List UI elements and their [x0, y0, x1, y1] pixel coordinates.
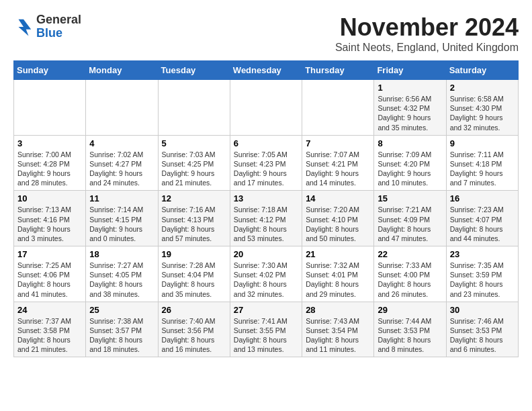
day-cell: 29Sunrise: 7:44 AM Sunset: 3:53 PM Dayli… — [374, 302, 446, 357]
week-row-1: 1Sunrise: 6:56 AM Sunset: 4:32 PM Daylig… — [14, 80, 519, 136]
day-info: Sunrise: 7:28 AM Sunset: 4:04 PM Dayligh… — [162, 261, 226, 299]
day-number: 29 — [378, 305, 442, 315]
column-header-monday: Monday — [86, 61, 158, 80]
header-row: SundayMondayTuesdayWednesdayThursdayFrid… — [14, 61, 519, 80]
day-cell: 23Sunrise: 7:35 AM Sunset: 3:59 PM Dayli… — [446, 246, 518, 302]
day-cell: 3Sunrise: 7:00 AM Sunset: 4:28 PM Daylig… — [14, 135, 86, 191]
column-header-saturday: Saturday — [446, 61, 518, 80]
day-number: 9 — [450, 138, 515, 148]
day-cell: 20Sunrise: 7:30 AM Sunset: 4:02 PM Dayli… — [230, 246, 302, 302]
day-info: Sunrise: 7:05 AM Sunset: 4:23 PM Dayligh… — [234, 150, 298, 188]
day-info: Sunrise: 7:00 AM Sunset: 4:28 PM Dayligh… — [17, 150, 82, 188]
day-cell: 14Sunrise: 7:20 AM Sunset: 4:10 PM Dayli… — [302, 191, 374, 246]
day-number: 17 — [17, 249, 82, 259]
day-info: Sunrise: 7:11 AM Sunset: 4:18 PM Dayligh… — [450, 150, 515, 188]
column-header-tuesday: Tuesday — [158, 61, 230, 80]
day-cell: 16Sunrise: 7:23 AM Sunset: 4:07 PM Dayli… — [446, 191, 518, 246]
day-info: Sunrise: 7:13 AM Sunset: 4:16 PM Dayligh… — [17, 205, 82, 243]
day-cell: 18Sunrise: 7:27 AM Sunset: 4:05 PM Dayli… — [86, 246, 158, 302]
day-number: 22 — [378, 249, 442, 259]
day-info: Sunrise: 7:02 AM Sunset: 4:27 PM Dayligh… — [89, 150, 154, 188]
day-number: 19 — [162, 249, 226, 259]
day-cell — [302, 80, 374, 136]
day-number: 25 — [89, 305, 154, 315]
day-cell: 13Sunrise: 7:18 AM Sunset: 4:12 PM Dayli… — [230, 191, 302, 246]
day-number: 12 — [162, 193, 226, 203]
day-cell: 9Sunrise: 7:11 AM Sunset: 4:18 PM Daylig… — [446, 135, 518, 191]
day-number: 16 — [450, 193, 515, 203]
day-cell: 5Sunrise: 7:03 AM Sunset: 4:25 PM Daylig… — [158, 135, 230, 191]
day-number: 6 — [234, 138, 298, 148]
day-info: Sunrise: 7:41 AM Sunset: 3:55 PM Dayligh… — [234, 316, 298, 355]
day-number: 18 — [89, 249, 154, 259]
day-info: Sunrise: 6:56 AM Sunset: 4:32 PM Dayligh… — [378, 94, 442, 132]
day-info: Sunrise: 7:18 AM Sunset: 4:12 PM Dayligh… — [234, 205, 298, 243]
day-info: Sunrise: 7:23 AM Sunset: 4:07 PM Dayligh… — [450, 205, 515, 243]
day-cell: 15Sunrise: 7:21 AM Sunset: 4:09 PM Dayli… — [374, 191, 446, 246]
column-header-thursday: Thursday — [302, 61, 374, 80]
day-cell: 7Sunrise: 7:07 AM Sunset: 4:21 PM Daylig… — [302, 135, 374, 191]
day-number: 30 — [450, 305, 515, 315]
day-info: Sunrise: 6:58 AM Sunset: 4:30 PM Dayligh… — [450, 94, 515, 132]
calendar-table: SundayMondayTuesdayWednesdayThursdayFrid… — [13, 60, 519, 357]
day-number: 28 — [306, 305, 370, 315]
day-cell — [230, 80, 302, 136]
week-row-5: 24Sunrise: 7:37 AM Sunset: 3:58 PM Dayli… — [14, 302, 519, 357]
svg-marker-0 — [19, 19, 32, 36]
day-cell: 26Sunrise: 7:40 AM Sunset: 3:56 PM Dayli… — [158, 302, 230, 357]
day-cell: 25Sunrise: 7:38 AM Sunset: 3:57 PM Dayli… — [86, 302, 158, 357]
day-number: 21 — [306, 249, 370, 259]
location-title: Saint Neots, England, United Kingdom — [335, 42, 519, 54]
day-info: Sunrise: 7:43 AM Sunset: 3:54 PM Dayligh… — [306, 316, 370, 355]
column-header-friday: Friday — [374, 61, 446, 80]
day-info: Sunrise: 7:16 AM Sunset: 4:13 PM Dayligh… — [162, 205, 226, 243]
day-number: 23 — [450, 249, 515, 259]
day-info: Sunrise: 7:03 AM Sunset: 4:25 PM Dayligh… — [162, 150, 226, 188]
day-info: Sunrise: 7:44 AM Sunset: 3:53 PM Dayligh… — [378, 316, 442, 355]
day-info: Sunrise: 7:25 AM Sunset: 4:06 PM Dayligh… — [17, 261, 82, 299]
week-row-4: 17Sunrise: 7:25 AM Sunset: 4:06 PM Dayli… — [14, 246, 519, 302]
logo-general: General — [36, 13, 81, 27]
day-number: 3 — [17, 138, 82, 148]
day-cell: 10Sunrise: 7:13 AM Sunset: 4:16 PM Dayli… — [14, 191, 86, 246]
day-cell: 27Sunrise: 7:41 AM Sunset: 3:55 PM Dayli… — [230, 302, 302, 357]
day-cell: 19Sunrise: 7:28 AM Sunset: 4:04 PM Dayli… — [158, 246, 230, 302]
day-cell: 24Sunrise: 7:37 AM Sunset: 3:58 PM Dayli… — [14, 302, 86, 357]
day-number: 27 — [234, 305, 298, 315]
header: General Blue November 2024 Saint Neots, … — [13, 13, 519, 54]
day-cell: 30Sunrise: 7:46 AM Sunset: 3:53 PM Dayli… — [446, 302, 518, 357]
day-number: 10 — [17, 193, 82, 203]
day-cell: 4Sunrise: 7:02 AM Sunset: 4:27 PM Daylig… — [86, 135, 158, 191]
day-cell: 22Sunrise: 7:33 AM Sunset: 4:00 PM Dayli… — [374, 246, 446, 302]
day-info: Sunrise: 7:27 AM Sunset: 4:05 PM Dayligh… — [89, 261, 154, 299]
day-info: Sunrise: 7:35 AM Sunset: 3:59 PM Dayligh… — [450, 261, 515, 299]
day-number: 8 — [378, 138, 442, 148]
day-cell: 17Sunrise: 7:25 AM Sunset: 4:06 PM Dayli… — [14, 246, 86, 302]
day-cell: 28Sunrise: 7:43 AM Sunset: 3:54 PM Dayli… — [302, 302, 374, 357]
day-cell — [86, 80, 158, 136]
day-cell: 21Sunrise: 7:32 AM Sunset: 4:01 PM Dayli… — [302, 246, 374, 302]
logo: General Blue — [13, 13, 81, 40]
day-number: 15 — [378, 193, 442, 203]
day-number: 2 — [450, 83, 515, 93]
day-number: 24 — [17, 305, 82, 315]
day-info: Sunrise: 7:32 AM Sunset: 4:01 PM Dayligh… — [306, 261, 370, 299]
day-number: 20 — [234, 249, 298, 259]
day-number: 1 — [378, 83, 442, 93]
day-info: Sunrise: 7:33 AM Sunset: 4:00 PM Dayligh… — [378, 261, 442, 299]
day-number: 11 — [89, 193, 154, 203]
day-info: Sunrise: 7:21 AM Sunset: 4:09 PM Dayligh… — [378, 205, 442, 243]
day-cell — [158, 80, 230, 136]
day-cell — [14, 80, 86, 136]
day-info: Sunrise: 7:07 AM Sunset: 4:21 PM Dayligh… — [306, 150, 370, 188]
month-title: November 2024 — [335, 13, 519, 42]
day-cell: 2Sunrise: 6:58 AM Sunset: 4:30 PM Daylig… — [446, 80, 518, 136]
day-cell: 11Sunrise: 7:14 AM Sunset: 4:15 PM Dayli… — [86, 191, 158, 246]
column-header-wednesday: Wednesday — [230, 61, 302, 80]
day-cell: 1Sunrise: 6:56 AM Sunset: 4:32 PM Daylig… — [374, 80, 446, 136]
day-info: Sunrise: 7:38 AM Sunset: 3:57 PM Dayligh… — [89, 316, 154, 355]
day-number: 14 — [306, 193, 370, 203]
day-cell: 6Sunrise: 7:05 AM Sunset: 4:23 PM Daylig… — [230, 135, 302, 191]
logo-icon — [13, 17, 34, 37]
day-cell: 8Sunrise: 7:09 AM Sunset: 4:20 PM Daylig… — [374, 135, 446, 191]
